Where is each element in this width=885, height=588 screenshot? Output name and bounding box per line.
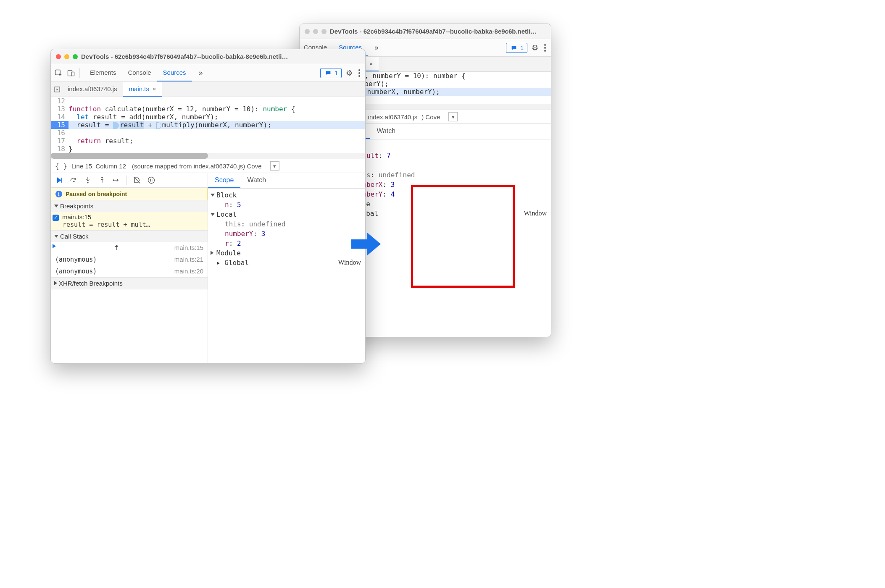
resume-icon[interactable]: [55, 176, 63, 184]
arrow-icon: [351, 233, 381, 257]
chat-icon: [324, 69, 332, 77]
close-dot[interactable]: [305, 29, 310, 34]
scope-var: result: 7: [338, 151, 550, 160]
svg-point-10: [148, 177, 155, 184]
watch-tab[interactable]: Watch: [370, 124, 402, 139]
navigator-toggle-icon[interactable]: [53, 82, 62, 97]
scope-var: this: undefined: [209, 219, 364, 229]
svg-rect-3: [71, 72, 74, 76]
traffic-lights: [56, 54, 78, 59]
watch-tab[interactable]: Watch: [240, 173, 273, 188]
more-tabs-icon[interactable]: »: [372, 43, 381, 52]
scope-module-header[interactable]: Module: [209, 248, 364, 258]
issues-badge[interactable]: 1: [320, 68, 342, 78]
step-out-icon[interactable]: [98, 176, 106, 184]
svg-point-9: [113, 179, 114, 181]
close-icon[interactable]: ×: [153, 85, 156, 92]
close-dot[interactable]: [56, 54, 61, 59]
scope-module-header[interactable]: Module: [338, 199, 550, 209]
horizontal-scrollbar[interactable]: [51, 153, 365, 159]
breakpoint-item[interactable]: ✓main.ts:15 result = result + mult…: [51, 212, 208, 230]
coverage-toggle-icon[interactable]: ▾: [270, 161, 279, 171]
svg-point-6: [73, 181, 74, 182]
scope-watch-tabs: Scope Watch: [337, 124, 551, 139]
devtools-window-front: DevTools - 62c6b934c4b7f676049af4b7--buc…: [50, 49, 366, 364]
scope-var: numberY: 4: [338, 189, 550, 199]
svg-point-7: [87, 182, 88, 183]
debugger-controls: [51, 173, 208, 188]
more-tabs-icon[interactable]: »: [196, 68, 205, 77]
scope-local-header[interactable]: Local: [338, 160, 550, 170]
checkbox-icon[interactable]: ✓: [53, 215, 59, 221]
deactivate-breakpoints-icon[interactable]: [133, 176, 141, 184]
panel-tabs: Elements Console Sources » 1 ⚙: [51, 64, 365, 82]
file-tab-main[interactable]: main.ts×: [123, 82, 162, 97]
status-bar: { } Line 15, Column 12 (source mapped fr…: [51, 159, 365, 173]
scope-var: numberY: 3: [209, 229, 364, 239]
step-over-icon[interactable]: [69, 176, 78, 184]
titlebar: DevTools - 62c6b934c4b7f676049af4b7--buc…: [300, 24, 551, 39]
close-icon[interactable]: ×: [369, 60, 373, 67]
tab-sources[interactable]: Sources: [157, 64, 192, 81]
scope-watch-tabs: Scope Watch: [208, 173, 365, 189]
kebab-menu-icon[interactable]: [357, 69, 362, 77]
callstack-section[interactable]: Call Stack: [51, 231, 208, 242]
scope-tree[interactable]: Block result: 7 Local this: undefined nu…: [337, 139, 551, 220]
scope-tree[interactable]: Block n: 5 Local this: undefined numberY…: [208, 189, 365, 269]
zoom-dot[interactable]: [73, 54, 78, 59]
issues-badge[interactable]: 1: [506, 43, 527, 53]
scope-global-header[interactable]: ▸ GlobalWindow: [338, 209, 550, 218]
scope-var: this: undefined: [338, 170, 550, 180]
cursor-position: Line 15, Column 12: [71, 163, 126, 170]
scope-var: r: 2: [209, 239, 364, 248]
sourcemap-link[interactable]: index.af063740.js: [194, 163, 243, 170]
debugger-panels: iPaused on breakpoint Breakpoints ✓main.…: [51, 173, 365, 363]
scope-global-header[interactable]: ▸ GlobalWindow: [209, 258, 364, 268]
minimize-dot[interactable]: [313, 29, 318, 34]
scope-var: n: 5: [209, 200, 364, 210]
scope-block-header[interactable]: Block: [338, 141, 550, 151]
svg-rect-5: [61, 178, 62, 183]
info-icon: i: [55, 191, 62, 197]
breakpoints-section[interactable]: Breakpoints: [51, 200, 208, 212]
stack-frame[interactable]: (anonymous)main.ts:20: [51, 265, 208, 277]
stack-frame[interactable]: (anonymous)main.ts:21: [51, 254, 208, 265]
inspect-icon[interactable]: [54, 69, 63, 77]
pretty-print-icon[interactable]: { }: [55, 162, 67, 170]
window-title: DevTools - 62c6b934c4b7f676049af4b7--buc…: [330, 28, 546, 35]
zoom-dot[interactable]: [321, 29, 327, 34]
scope-local-header[interactable]: Local: [209, 210, 364, 219]
code-editor[interactable]: 12 13function calculate(numberX = 12, nu…: [51, 97, 365, 153]
tab-elements[interactable]: Elements: [84, 64, 122, 81]
traffic-lights: [305, 29, 327, 34]
kebab-menu-icon[interactable]: [543, 44, 548, 52]
pause-on-exceptions-icon[interactable]: [147, 176, 155, 184]
chat-icon: [510, 44, 518, 52]
device-toolbar-icon[interactable]: [67, 69, 75, 77]
settings-gear-icon[interactable]: ⚙: [346, 68, 353, 78]
step-into-icon[interactable]: [84, 176, 92, 184]
debug-step-icon: [156, 122, 161, 129]
tab-console[interactable]: Console: [122, 64, 157, 81]
coverage-toggle-icon[interactable]: ▾: [448, 112, 458, 121]
scope-tab[interactable]: Scope: [208, 173, 240, 188]
titlebar: DevTools - 62c6b934c4b7f676049af4b7--buc…: [51, 49, 365, 64]
debug-cursor-icon: [113, 122, 119, 129]
sourcemap-link[interactable]: index.af063740.js: [368, 113, 418, 121]
xhr-section[interactable]: XHR/fetch Breakpoints: [51, 278, 208, 289]
step-icon[interactable]: [112, 176, 121, 184]
window-title: DevTools - 62c6b934c4b7f676049af4b7--buc…: [81, 53, 360, 60]
file-tab-index[interactable]: index.af063740.js: [62, 82, 123, 97]
paused-banner: iPaused on breakpoint: [51, 188, 208, 200]
settings-gear-icon[interactable]: ⚙: [532, 43, 538, 52]
stack-frame[interactable]: fmain.ts:15: [51, 242, 208, 254]
file-tabs: index.af063740.js main.ts×: [51, 82, 365, 97]
scope-var: numberX: 3: [338, 180, 550, 189]
svg-point-8: [101, 177, 103, 178]
minimize-dot[interactable]: [64, 54, 69, 59]
scope-block-header[interactable]: Block: [209, 190, 364, 200]
